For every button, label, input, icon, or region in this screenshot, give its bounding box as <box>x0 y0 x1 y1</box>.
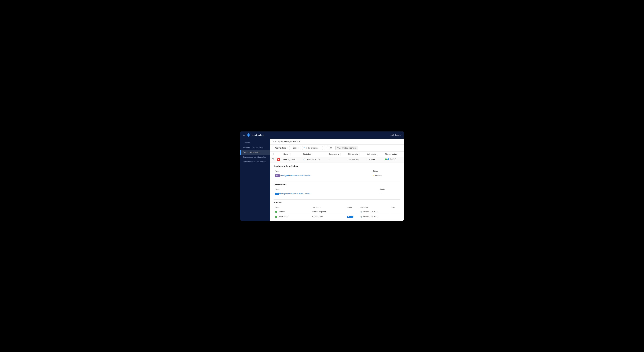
pipeline-row-disktransfer: DiskTransfer Transfer disks. ◼ <box>274 214 400 219</box>
logo-text: spectro cloud <box>252 134 264 136</box>
auth-disabled-label: Auth disabled <box>390 134 402 136</box>
header-expand <box>276 152 282 157</box>
pvc-title: PersistentVolumeClaims <box>274 165 400 168</box>
detail-cell: PersistentVolumeClaims Name Status <box>270 162 404 221</box>
pvc-status-cell: ⊠ Pending <box>372 173 400 178</box>
dv-table: Name Status DV <box>274 187 400 196</box>
dv-section: DataVolumes Name Status <box>274 183 400 196</box>
sidebar-item-overview[interactable]: Overview <box>240 140 270 145</box>
row-started-cell: 🕐 25 Nov 2024, 12:43 <box>301 157 327 162</box>
table-row: ▼ ——migration01 🕐 25 Nov 2024, 12:43 - <box>270 157 404 162</box>
dv-title: DataVolumes <box>274 183 400 186</box>
detail-panel: PersistentVolumeClaims Name Status <box>270 163 404 221</box>
navbar: ☰ spectro cloud Auth disabled <box>240 132 404 138</box>
pvc-table: Name Status PVC <box>274 169 400 178</box>
select-all-checkbox[interactable] <box>272 153 274 155</box>
status-dot-2 <box>388 158 389 160</box>
pending-icon: ⊠ <box>373 174 374 176</box>
name-filter-arrow: ▼ <box>298 147 299 149</box>
row-expand-cell: ▼ <box>276 157 282 162</box>
started-col-icon[interactable]: ⋮ <box>311 153 313 155</box>
search-arrow-button[interactable]: → <box>324 146 328 150</box>
pipeline-tasks-cutover: ◼ 0 / 1 <box>346 220 359 220</box>
pipeline-name-cutover: Cutover <box>274 220 310 220</box>
pvc-row: PVC vm-migration-warm-vm-140852-p446x ⊠ … <box>274 173 400 178</box>
pipeline-tasks-initialize <box>346 210 359 214</box>
main-layout: Overview Providers for virtualization Pl… <box>240 138 404 221</box>
pipeline-desc-disktransfer: Transfer disks. <box>311 214 346 219</box>
pvc-col-name: Name <box>274 169 372 173</box>
pipeline-name-initialize: Initialize <box>274 210 310 214</box>
status-dot-4 <box>392 158 394 160</box>
pvc-col-status: Status <box>372 169 400 173</box>
task-badge-disktransfer: ◼ 1 / 1 <box>347 216 353 218</box>
pipeline-error-disktransfer <box>390 214 400 219</box>
dv-row: DV vm-migration-warm-vm-140852-p446x - <box>274 192 400 196</box>
hamburger-icon[interactable]: ☰ <box>242 134 245 136</box>
row-completed-cell: - <box>327 157 346 162</box>
clock-icon-1: 🕐 <box>360 211 362 213</box>
row-checkbox[interactable] <box>272 158 274 160</box>
header-disk-transfer[interactable]: Disk transfer ⋮ <box>346 152 365 157</box>
row-expand-button[interactable]: ▼ <box>277 158 280 161</box>
completed-col-icon[interactable]: ⋮ <box>340 153 341 155</box>
namespace-dropdown-icon[interactable]: ▼ <box>299 140 300 142</box>
namespace-bar: Namespace: konveyor-forklift ▼ <box>270 138 404 144</box>
pipeline-status-filter[interactable]: Pipeline status ▼ <box>273 146 290 150</box>
dv-col-name: Name <box>274 188 379 191</box>
name-col-icon[interactable]: ⋮ <box>290 153 292 155</box>
header-name[interactable]: Name ↑ ⋮ <box>282 152 301 157</box>
pvc-section: PersistentVolumeClaims Name Status <box>274 165 400 178</box>
pipeline-tasks-disktransfer: ◼ 1 / 1 <box>346 214 359 219</box>
search-icon: 🔍 <box>304 147 306 149</box>
header-pipeline-status[interactable]: Pipeline status ⋮ <box>383 152 404 157</box>
name-filter[interactable]: Name ▼ <box>291 146 301 150</box>
dv-status-cell: - <box>379 192 400 196</box>
pipeline-col-desc: Description <box>311 206 346 209</box>
row-pipeline-status-cell <box>383 157 404 162</box>
pipeline-row-cutover: Cutover Finalize disk transfer. ◼ <box>274 220 400 220</box>
search-input[interactable] <box>306 147 321 149</box>
filter-bar: Pipeline status ▼ Name ▼ 🔍 → ⊞ Cancel vi… <box>270 144 404 152</box>
app-screen: ☰ spectro cloud Auth disabled Overview P… <box>240 132 404 221</box>
pvc-badge: PVC <box>275 174 280 177</box>
header-checkbox-cell <box>270 152 276 157</box>
pipeline-started-cutover <box>359 220 390 220</box>
header-disk-counter[interactable]: Disk counter ⋮ <box>365 152 384 157</box>
pvc-name-cell: PVC vm-migration-warm-vm-140852-p446x <box>274 173 372 178</box>
dv-link[interactable]: vm-migration-warm-vm-140852-p446x <box>279 192 310 195</box>
sidebar: Overview Providers for virtualization Pl… <box>240 138 270 221</box>
pipeline-error-cutover: - <box>390 220 400 220</box>
migrations-table: Name ↑ ⋮ Started at ⋮ <box>270 152 404 221</box>
sidebar-item-plans[interactable]: Plans for virtualization <box>240 150 270 155</box>
pipeline-title: Pipeline <box>274 201 400 204</box>
pipeline-desc-cutover: Finalize disk transfer. <box>311 220 346 220</box>
row-disk-transfer-cell: 0 / 61440 MB <box>346 157 365 162</box>
cancel-virtual-machines-button[interactable]: Cancel virtual machines <box>336 146 358 150</box>
disk-counter-col-icon[interactable]: ⋮ <box>377 153 379 155</box>
pipeline-col-started: Started at <box>359 206 390 209</box>
search-container: 🔍 <box>302 146 323 150</box>
namespace-label: Namespace: konveyor-forklift <box>273 140 298 142</box>
navbar-left: ☰ spectro cloud <box>242 133 264 137</box>
pipeline-started-initialize: 🕐 25 Nov 2024, 12:43 <box>359 210 390 214</box>
header-started-at[interactable]: Started at ⋮ <box>301 152 327 157</box>
pipeline-status-icon-1 <box>275 211 277 213</box>
sidebar-item-storagemaps[interactable]: StorageMaps for virtualization <box>240 155 270 160</box>
calendar-button[interactable]: ⊞ <box>329 146 333 150</box>
pipeline-name-disktransfer: DiskTransfer <box>274 214 310 219</box>
sidebar-item-networkmaps[interactable]: NetworkMaps for virtualization <box>240 160 270 164</box>
row-name-cell: ——migration01 <box>282 157 301 162</box>
content-area: Namespace: konveyor-forklift ▼ Pipeline … <box>270 138 404 221</box>
disk-transfer-col-icon[interactable]: ⋮ <box>358 153 360 155</box>
status-dot-5 <box>394 158 396 160</box>
task-icon: ◼ <box>348 216 349 218</box>
dv-name-cell: DV vm-migration-warm-vm-140852-p446x <box>274 192 379 196</box>
status-dot-1 <box>385 158 387 160</box>
pipeline-section: Pipeline Name Description Tasks <box>274 201 400 221</box>
pipeline-status-col-icon[interactable]: ⋮ <box>397 153 399 155</box>
pipeline-col-name: Name <box>274 206 310 209</box>
pvc-link[interactable]: vm-migration-warm-vm-140852-p446x <box>280 174 310 176</box>
sidebar-item-providers[interactable]: Providers for virtualization <box>240 145 270 150</box>
header-completed-at[interactable]: Completed at ⋮ <box>327 152 346 157</box>
